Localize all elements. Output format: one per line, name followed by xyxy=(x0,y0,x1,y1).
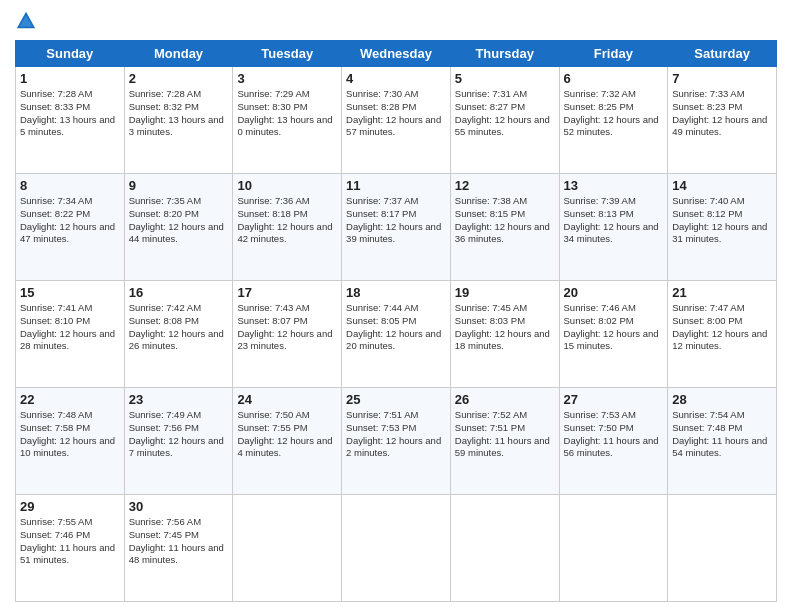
calendar-cell: 11 Sunrise: 7:37 AMSunset: 8:17 PMDaylig… xyxy=(342,174,451,281)
calendar-cell: 16 Sunrise: 7:42 AMSunset: 8:08 PMDaylig… xyxy=(124,281,233,388)
calendar-cell: 6 Sunrise: 7:32 AMSunset: 8:25 PMDayligh… xyxy=(559,67,668,174)
day-info: Sunrise: 7:38 AMSunset: 8:15 PMDaylight:… xyxy=(455,195,555,246)
day-info: Sunrise: 7:56 AMSunset: 7:45 PMDaylight:… xyxy=(129,516,229,567)
day-info: Sunrise: 7:51 AMSunset: 7:53 PMDaylight:… xyxy=(346,409,446,460)
day-number: 4 xyxy=(346,71,446,86)
day-info: Sunrise: 7:32 AMSunset: 8:25 PMDaylight:… xyxy=(564,88,664,139)
calendar-table: SundayMondayTuesdayWednesdayThursdayFrid… xyxy=(15,40,777,602)
day-number: 10 xyxy=(237,178,337,193)
day-info: Sunrise: 7:40 AMSunset: 8:12 PMDaylight:… xyxy=(672,195,772,246)
day-info: Sunrise: 7:44 AMSunset: 8:05 PMDaylight:… xyxy=(346,302,446,353)
day-info: Sunrise: 7:31 AMSunset: 8:27 PMDaylight:… xyxy=(455,88,555,139)
calendar-cell: 19 Sunrise: 7:45 AMSunset: 8:03 PMDaylig… xyxy=(450,281,559,388)
day-number: 8 xyxy=(20,178,120,193)
calendar-cell: 29 Sunrise: 7:55 AMSunset: 7:46 PMDaylig… xyxy=(16,495,125,602)
weekday-header-row: SundayMondayTuesdayWednesdayThursdayFrid… xyxy=(16,41,777,67)
day-number: 29 xyxy=(20,499,120,514)
calendar-cell: 13 Sunrise: 7:39 AMSunset: 8:13 PMDaylig… xyxy=(559,174,668,281)
day-number: 23 xyxy=(129,392,229,407)
day-info: Sunrise: 7:36 AMSunset: 8:18 PMDaylight:… xyxy=(237,195,337,246)
day-number: 1 xyxy=(20,71,120,86)
day-info: Sunrise: 7:53 AMSunset: 7:50 PMDaylight:… xyxy=(564,409,664,460)
weekday-tuesday: Tuesday xyxy=(233,41,342,67)
weekday-wednesday: Wednesday xyxy=(342,41,451,67)
header xyxy=(15,10,777,32)
day-info: Sunrise: 7:46 AMSunset: 8:02 PMDaylight:… xyxy=(564,302,664,353)
day-number: 3 xyxy=(237,71,337,86)
week-row-3: 22 Sunrise: 7:48 AMSunset: 7:58 PMDaylig… xyxy=(16,388,777,495)
day-info: Sunrise: 7:50 AMSunset: 7:55 PMDaylight:… xyxy=(237,409,337,460)
day-number: 9 xyxy=(129,178,229,193)
day-info: Sunrise: 7:49 AMSunset: 7:56 PMDaylight:… xyxy=(129,409,229,460)
day-info: Sunrise: 7:45 AMSunset: 8:03 PMDaylight:… xyxy=(455,302,555,353)
page: SundayMondayTuesdayWednesdayThursdayFrid… xyxy=(0,0,792,612)
day-info: Sunrise: 7:55 AMSunset: 7:46 PMDaylight:… xyxy=(20,516,120,567)
calendar-cell: 5 Sunrise: 7:31 AMSunset: 8:27 PMDayligh… xyxy=(450,67,559,174)
calendar-cell: 27 Sunrise: 7:53 AMSunset: 7:50 PMDaylig… xyxy=(559,388,668,495)
week-row-1: 8 Sunrise: 7:34 AMSunset: 8:22 PMDayligh… xyxy=(16,174,777,281)
calendar-cell xyxy=(450,495,559,602)
day-number: 6 xyxy=(564,71,664,86)
day-number: 13 xyxy=(564,178,664,193)
day-number: 16 xyxy=(129,285,229,300)
day-number: 22 xyxy=(20,392,120,407)
logo xyxy=(15,10,41,32)
day-number: 11 xyxy=(346,178,446,193)
day-number: 7 xyxy=(672,71,772,86)
weekday-friday: Friday xyxy=(559,41,668,67)
day-number: 26 xyxy=(455,392,555,407)
calendar-cell: 2 Sunrise: 7:28 AMSunset: 8:32 PMDayligh… xyxy=(124,67,233,174)
calendar-cell: 30 Sunrise: 7:56 AMSunset: 7:45 PMDaylig… xyxy=(124,495,233,602)
calendar-cell: 1 Sunrise: 7:28 AMSunset: 8:33 PMDayligh… xyxy=(16,67,125,174)
day-info: Sunrise: 7:28 AMSunset: 8:32 PMDaylight:… xyxy=(129,88,229,139)
calendar-cell: 3 Sunrise: 7:29 AMSunset: 8:30 PMDayligh… xyxy=(233,67,342,174)
calendar-cell: 10 Sunrise: 7:36 AMSunset: 8:18 PMDaylig… xyxy=(233,174,342,281)
day-number: 18 xyxy=(346,285,446,300)
logo-icon xyxy=(15,10,37,32)
calendar-cell: 21 Sunrise: 7:47 AMSunset: 8:00 PMDaylig… xyxy=(668,281,777,388)
calendar-cell: 18 Sunrise: 7:44 AMSunset: 8:05 PMDaylig… xyxy=(342,281,451,388)
day-number: 28 xyxy=(672,392,772,407)
calendar-cell: 4 Sunrise: 7:30 AMSunset: 8:28 PMDayligh… xyxy=(342,67,451,174)
calendar-cell: 26 Sunrise: 7:52 AMSunset: 7:51 PMDaylig… xyxy=(450,388,559,495)
calendar-cell: 15 Sunrise: 7:41 AMSunset: 8:10 PMDaylig… xyxy=(16,281,125,388)
day-number: 27 xyxy=(564,392,664,407)
week-row-4: 29 Sunrise: 7:55 AMSunset: 7:46 PMDaylig… xyxy=(16,495,777,602)
calendar-cell xyxy=(233,495,342,602)
calendar-cell: 14 Sunrise: 7:40 AMSunset: 8:12 PMDaylig… xyxy=(668,174,777,281)
day-number: 24 xyxy=(237,392,337,407)
day-number: 12 xyxy=(455,178,555,193)
day-number: 21 xyxy=(672,285,772,300)
calendar-cell: 9 Sunrise: 7:35 AMSunset: 8:20 PMDayligh… xyxy=(124,174,233,281)
calendar-cell: 8 Sunrise: 7:34 AMSunset: 8:22 PMDayligh… xyxy=(16,174,125,281)
day-info: Sunrise: 7:39 AMSunset: 8:13 PMDaylight:… xyxy=(564,195,664,246)
calendar-cell: 12 Sunrise: 7:38 AMSunset: 8:15 PMDaylig… xyxy=(450,174,559,281)
calendar-cell: 23 Sunrise: 7:49 AMSunset: 7:56 PMDaylig… xyxy=(124,388,233,495)
day-number: 20 xyxy=(564,285,664,300)
day-info: Sunrise: 7:43 AMSunset: 8:07 PMDaylight:… xyxy=(237,302,337,353)
calendar-cell: 17 Sunrise: 7:43 AMSunset: 8:07 PMDaylig… xyxy=(233,281,342,388)
day-number: 17 xyxy=(237,285,337,300)
day-info: Sunrise: 7:48 AMSunset: 7:58 PMDaylight:… xyxy=(20,409,120,460)
day-info: Sunrise: 7:34 AMSunset: 8:22 PMDaylight:… xyxy=(20,195,120,246)
calendar-cell: 7 Sunrise: 7:33 AMSunset: 8:23 PMDayligh… xyxy=(668,67,777,174)
day-number: 5 xyxy=(455,71,555,86)
calendar-cell xyxy=(668,495,777,602)
calendar-cell: 20 Sunrise: 7:46 AMSunset: 8:02 PMDaylig… xyxy=(559,281,668,388)
calendar-cell xyxy=(342,495,451,602)
day-info: Sunrise: 7:41 AMSunset: 8:10 PMDaylight:… xyxy=(20,302,120,353)
day-info: Sunrise: 7:35 AMSunset: 8:20 PMDaylight:… xyxy=(129,195,229,246)
day-number: 30 xyxy=(129,499,229,514)
day-info: Sunrise: 7:33 AMSunset: 8:23 PMDaylight:… xyxy=(672,88,772,139)
day-number: 25 xyxy=(346,392,446,407)
day-number: 15 xyxy=(20,285,120,300)
day-info: Sunrise: 7:30 AMSunset: 8:28 PMDaylight:… xyxy=(346,88,446,139)
day-info: Sunrise: 7:28 AMSunset: 8:33 PMDaylight:… xyxy=(20,88,120,139)
day-info: Sunrise: 7:54 AMSunset: 7:48 PMDaylight:… xyxy=(672,409,772,460)
day-info: Sunrise: 7:37 AMSunset: 8:17 PMDaylight:… xyxy=(346,195,446,246)
calendar-cell: 25 Sunrise: 7:51 AMSunset: 7:53 PMDaylig… xyxy=(342,388,451,495)
day-number: 2 xyxy=(129,71,229,86)
calendar-cell: 28 Sunrise: 7:54 AMSunset: 7:48 PMDaylig… xyxy=(668,388,777,495)
day-info: Sunrise: 7:52 AMSunset: 7:51 PMDaylight:… xyxy=(455,409,555,460)
week-row-0: 1 Sunrise: 7:28 AMSunset: 8:33 PMDayligh… xyxy=(16,67,777,174)
